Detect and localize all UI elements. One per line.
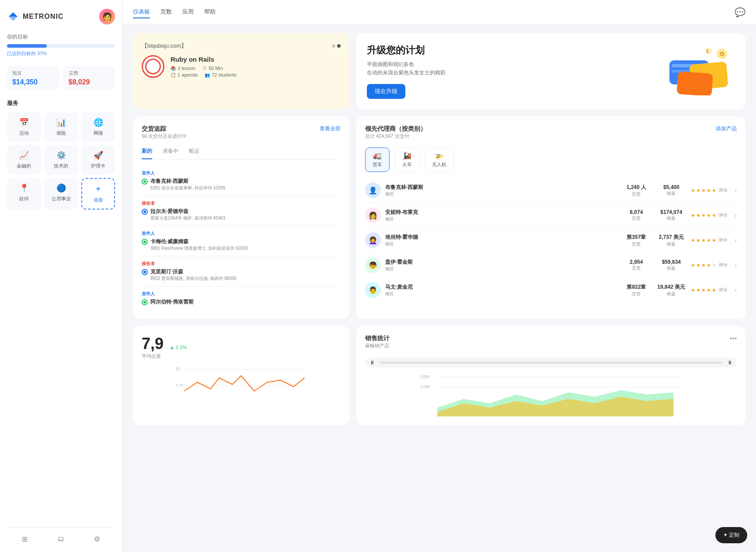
nav-link-dashboard[interactable]: 仪表板 xyxy=(133,6,150,18)
truck-icon: 🚛 xyxy=(373,151,382,160)
course-info: Ruby on Rails 📚 3 lesson ⏱ 50 Min xyxy=(142,55,341,78)
agent-stat-trans-3: 第357章 交货 xyxy=(621,234,651,247)
course-url: 【biqubiqu.com】 xyxy=(142,42,341,50)
nav-link-help[interactable]: 帮助 xyxy=(204,6,216,18)
delivery-name-row-2: 拉尔夫·爱德华兹 xyxy=(142,208,341,215)
sales-header: 销售统计 最畅销产品 ••• xyxy=(365,335,737,355)
sidebar-footer: ⊞ 🗂 ⚙ xyxy=(7,528,115,543)
delivery-role-2: 接收者 xyxy=(142,200,341,206)
students-icon: 👥 xyxy=(205,73,210,77)
agent-stars-1: ★ ★ ★ ★ ★ 评分 xyxy=(691,187,730,193)
sales-chart-area: 3,000 2,500 xyxy=(365,373,737,416)
agent-trans-val-4: 2,954 xyxy=(621,259,651,265)
delivery-name-row-3: 卡梅伦·威廉姆森 xyxy=(142,238,341,245)
sales-card: 销售统计 最畅销产品 ••• ⏸ ⏸ 3,000 2,500 xyxy=(356,326,746,425)
logo-text: METRONIC xyxy=(23,13,63,21)
svg-text:$: $ xyxy=(706,49,709,54)
finance-icon: 📈 xyxy=(19,150,29,160)
card-icon[interactable]: 🗂 xyxy=(57,535,64,543)
cat-tab-drone[interactable]: 🚁 无人机 xyxy=(425,147,454,172)
agent-stat-rev-3: 2,737 美元 收益 xyxy=(656,234,686,247)
agent-rev-val-4: $59,634 xyxy=(656,259,686,265)
service-item-utility[interactable]: 🔵 公用事业 xyxy=(44,178,78,210)
agent-name-1: 布鲁克林·西蒙斯 xyxy=(385,184,617,191)
stat-change: ▲ 2.2% xyxy=(170,345,187,350)
agent-region-4: 南区 xyxy=(385,266,617,272)
cat-label-train: 火车 xyxy=(402,161,412,168)
delivery-view-all[interactable]: 查看全部 xyxy=(320,125,341,133)
agent-trans-label-2: 交货 xyxy=(621,215,651,221)
course-meta-row-2: 📋 1 agenda 👥 72 students xyxy=(171,72,237,77)
star-5: ★ xyxy=(712,238,716,243)
agent-arrow-2[interactable]: › xyxy=(735,212,737,219)
agent-avatar-4: 👦 xyxy=(365,257,381,273)
service-label-activity: 活动 xyxy=(19,130,29,136)
cat-tab-truck[interactable]: 🚛 货车 xyxy=(365,147,390,172)
delivery-item-2: 接收者 拉尔夫·爱德华兹 星家大道2464号 梅萨, 新泽西州 45463 xyxy=(142,196,341,226)
service-item-care[interactable]: 🚀 护理卡 xyxy=(81,145,115,175)
delivery-title: 交货追踪 xyxy=(142,125,187,133)
course-card: 【biqubiqu.com】 Ruby on Rails xyxy=(133,33,349,109)
tab-shipping[interactable]: 船运 xyxy=(189,147,199,159)
tab-preparing[interactable]: 准备中 xyxy=(163,147,178,159)
upgrade-card: 升级您的计划 平面插图和我们多色 生动的未混合紫色头发女士的精彩 现在升级 xyxy=(356,33,746,109)
agent-region-5: 南区 xyxy=(385,291,617,297)
agent-arrow-5[interactable]: › xyxy=(735,286,737,293)
agent-region-2: 南区 xyxy=(385,216,617,222)
lesson-icon: 📚 xyxy=(171,66,176,71)
sales-more-icon[interactable]: ••• xyxy=(729,335,737,342)
goal-label: 你的目标 xyxy=(7,33,115,41)
tab-new[interactable]: 新的 xyxy=(142,147,152,159)
service-grid: 📅 活动 📊 保险 🌐 网络 📈 金融的 ⚙️ 技术的 🚀 护理卡 📍 款待 � xyxy=(7,112,115,210)
expense-label: 花费 xyxy=(69,70,110,77)
service-item-finance[interactable]: 📈 金融的 xyxy=(7,145,41,175)
agent-stat-trans-4: 2,954 交货 xyxy=(621,259,651,271)
delivery-tabs: 新的 准备中 船运 xyxy=(142,147,341,160)
service-item-add[interactable]: + 添新 xyxy=(81,178,115,210)
add-product-link[interactable]: 添加产品 xyxy=(716,125,737,133)
star-2: ★ xyxy=(696,262,700,268)
service-item-hospitality[interactable]: 📍 款待 xyxy=(7,178,41,210)
star-5: ★ xyxy=(712,188,716,193)
nav-link-pages[interactable]: 页数 xyxy=(160,6,172,18)
agent-rev-label-4: 收益 xyxy=(656,265,686,271)
service-item-insurance[interactable]: 📊 保险 xyxy=(44,112,78,142)
cat-tab-train[interactable]: 🚂 火车 xyxy=(395,147,419,172)
goal-section: 你的目标 已达到目标的 37% xyxy=(7,33,115,57)
agent-info-1: 布鲁克林·西蒙斯 南区 xyxy=(385,184,617,197)
content: 【biqubiqu.com】 Ruby on Rails xyxy=(122,24,756,552)
course-duration: ⏱ 50 Min xyxy=(202,66,223,71)
agents-title: 领先代理商（按类别） xyxy=(365,125,426,133)
customize-button[interactable]: ✦ 定制 xyxy=(715,527,747,543)
delivery-subtitle: 56 次交付正在进行中 xyxy=(142,133,187,140)
agent-avatar-2: 👩 xyxy=(365,207,381,223)
settings-icon[interactable]: ⚙ xyxy=(94,535,100,543)
agent-row-5: 👨 马文·麦金尼 南区 第822章 交货 19,842 美元 收益 xyxy=(365,278,737,302)
svg-marker-0 xyxy=(9,12,17,17)
agent-name-4: 盖伊·霍金斯 xyxy=(385,259,617,266)
upgrade-button[interactable]: 现在升级 xyxy=(367,84,405,99)
delivery-name-row-5: 阿尔伯特·弗洛雷斯 xyxy=(142,298,341,306)
agent-arrow-3[interactable]: › xyxy=(735,237,737,244)
mid-row: 交货追踪 56 次交付正在进行中 查看全部 新的 准备中 船运 发件人 布鲁克林… xyxy=(133,116,746,319)
chat-icon[interactable]: 💬 xyxy=(735,7,746,17)
layers-icon[interactable]: ⊞ xyxy=(22,535,28,543)
service-item-activity[interactable]: 📅 活动 xyxy=(7,112,41,142)
service-item-network[interactable]: 🌐 网络 xyxy=(81,112,115,142)
logo-icon xyxy=(7,10,19,23)
service-item-tech[interactable]: ⚙️ 技术的 xyxy=(44,145,78,175)
nav-link-apps[interactable]: 应用 xyxy=(182,6,194,18)
agent-stat-rev-1: $5,400 收益 xyxy=(656,184,686,196)
star-4: ★ xyxy=(707,287,711,293)
avatar: 🧑 xyxy=(99,9,115,24)
delivery-name-1: 布鲁克林·西蒙斯 xyxy=(150,178,188,185)
upgrade-illustration: ⚙ $ xyxy=(665,47,735,95)
students-text: 72 students xyxy=(212,72,237,77)
agent-arrow-1[interactable]: › xyxy=(735,187,737,194)
agent-name-3: 埃丝特·霍华德 xyxy=(385,234,617,241)
avg-chart-area: 10 7.75 xyxy=(142,365,341,400)
sidebar: METRONIC 🧑 你的目标 已达到目标的 37% 预算 $14,350 花费… xyxy=(0,0,122,552)
agent-stat-trans-1: 1,240 人 交货 xyxy=(621,184,651,197)
agent-arrow-4[interactable]: › xyxy=(735,262,737,269)
category-tabs: 🚛 货车 🚂 火车 🚁 无人机 xyxy=(365,147,737,172)
